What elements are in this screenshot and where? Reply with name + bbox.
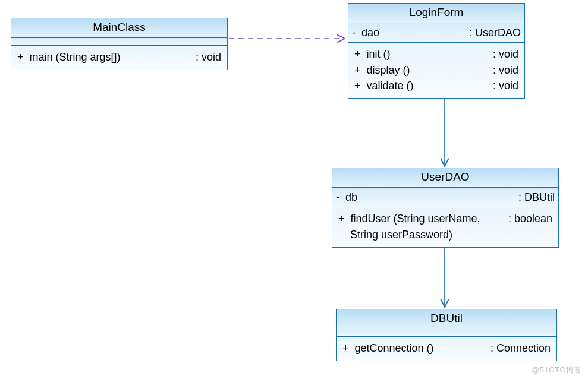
class-box-userdao: UserDAO - db : DBUtil + findUser (String… (332, 168, 559, 248)
method-row: + getConnection () : Connection (342, 340, 551, 356)
method-sig: + init () (354, 47, 490, 61)
attr-ret: : DBUtil (516, 190, 555, 204)
method-ret: : boolean (506, 211, 552, 226)
class-ops: + getConnection () : Connection (337, 337, 556, 361)
attr-sig: - dao (352, 26, 467, 40)
method-ret: : void (490, 78, 518, 93)
uml-diagram: MainClass + main (String args[]) : void … (0, 0, 588, 379)
class-ops: + init () : void + display () : void + v… (348, 43, 524, 98)
attr-ret: : UserDAO (467, 26, 521, 40)
watermark: @51CTO博客 (532, 365, 582, 375)
attr-sig: - db (336, 190, 516, 204)
class-name: UserDAO (332, 168, 558, 188)
class-box-loginform: LoginForm - dao : UserDAO + init () : vo… (348, 3, 525, 99)
method-row: + findUser (String userName, : boolean (338, 211, 552, 226)
method-row: + validate () : void (354, 78, 518, 93)
method-ret: : void (193, 50, 221, 64)
method-sig: String userPassword) (338, 228, 550, 242)
method-sig: + validate () (354, 78, 490, 93)
method-sig: + findUser (String userName, (338, 211, 506, 226)
class-attrs-empty (337, 329, 556, 337)
class-ops: + findUser (String userName, : boolean S… (332, 207, 558, 247)
method-row: String userPassword) (338, 227, 552, 242)
method-ret: : Connection (488, 341, 551, 355)
method-sig: + main (String args[]) (17, 50, 193, 64)
method-ret: : void (490, 63, 518, 77)
class-attrs: - db : DBUtil (332, 188, 558, 207)
class-name: DBUtil (337, 309, 556, 329)
class-attrs-empty (11, 38, 227, 46)
method-sig: + display () (354, 63, 490, 77)
attr-row: - dao : UserDAO (352, 25, 521, 40)
method-row: + display () : void (354, 62, 518, 78)
method-sig: + getConnection () (342, 341, 488, 355)
class-name: MainClass (11, 18, 227, 38)
method-row: + main (String args[]) : void (17, 49, 221, 65)
attr-row: - db : DBUtil (336, 190, 555, 205)
class-box-mainclass: MainClass + main (String args[]) : void (11, 18, 228, 70)
method-ret: : void (490, 47, 518, 61)
class-attrs: - dao : UserDAO (348, 23, 524, 43)
class-ops: + main (String args[]) : void (11, 46, 227, 70)
class-box-dbutil: DBUtil + getConnection () : Connection (336, 309, 557, 361)
method-row: + init () : void (354, 46, 518, 62)
class-name: LoginForm (348, 4, 524, 23)
